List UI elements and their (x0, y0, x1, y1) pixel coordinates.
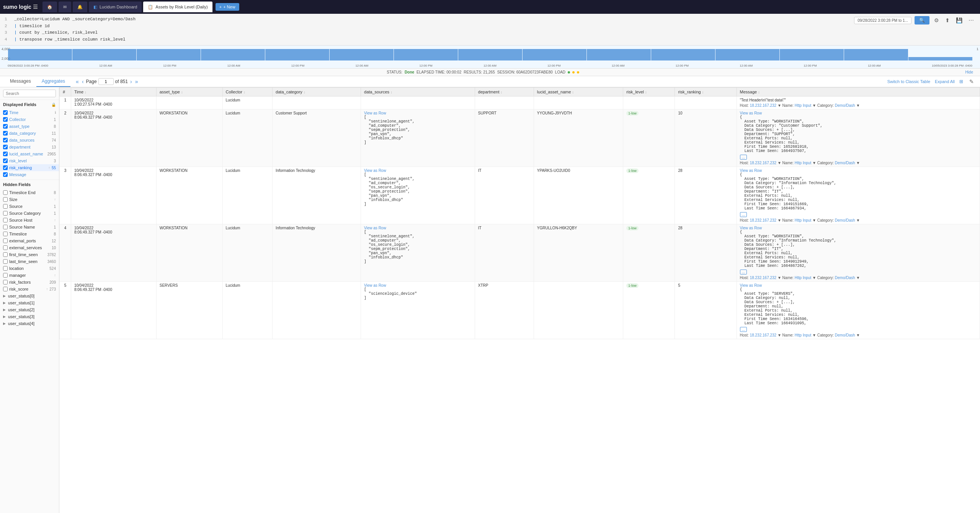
field-item-manager[interactable]: manager ↑ (0, 272, 59, 279)
field-checkbox-external-ports[interactable] (3, 239, 8, 243)
field-checkbox-collector[interactable] (3, 117, 8, 122)
field-item-risk-level[interactable]: risk_level 3 (0, 157, 59, 164)
field-checkbox-lucid-asset-name[interactable] (3, 152, 8, 156)
field-checkbox-source-host[interactable] (3, 218, 8, 222)
col-header-risk-level[interactable]: risk_level ↕ (623, 88, 675, 96)
sidebar-search-input[interactable] (3, 90, 56, 97)
save-button[interactable]: 💾 (954, 16, 964, 24)
host-link-5[interactable]: 18.232.167.232 (750, 333, 777, 337)
view-as-row-msg-2[interactable]: View as Row (740, 111, 977, 115)
expand-arrow-3[interactable]: ▶ (3, 315, 6, 319)
field-item-user-status-1[interactable]: ▶ user_status[1] (0, 299, 59, 306)
field-item-message[interactable]: Message (0, 171, 59, 178)
category-link-4[interactable]: Demo/Dash (835, 276, 855, 280)
expand-dots-2[interactable]: ... (740, 155, 747, 160)
share-button[interactable]: ⬆ (944, 16, 951, 24)
expand-arrow-0[interactable]: ▶ (3, 294, 6, 298)
view-as-row-link-5[interactable]: View as Row (364, 283, 472, 288)
category-link-3[interactable]: Demo/Dash (835, 218, 855, 222)
tab-messages-nav[interactable]: ✉ (59, 2, 71, 12)
field-checkbox-risk-level[interactable] (3, 158, 8, 163)
field-item-size[interactable]: Size ↑ (0, 196, 59, 203)
name-link-5[interactable]: Http Input (795, 333, 811, 337)
field-item-source-host[interactable]: Source Host ↑ (0, 217, 59, 224)
field-item-data-category[interactable]: data_category 11 (0, 130, 59, 137)
field-checkbox-last-time-seen[interactable] (3, 259, 8, 264)
tab-home[interactable]: 🏠 (42, 2, 57, 12)
field-item-user-status-2[interactable]: ▶ user_status[2] (0, 306, 59, 313)
host-link-3[interactable]: 18.232.167.232 (750, 218, 777, 222)
name-link-2[interactable]: Http Input (795, 161, 811, 165)
page-input[interactable] (98, 78, 114, 85)
host-link-1[interactable]: 18.232.167.232 (750, 103, 777, 108)
view-as-row-msg-3[interactable]: View as Row (740, 168, 977, 173)
host-link-4[interactable]: 18.232.167.232 (750, 276, 777, 280)
field-item-first-time-seen[interactable]: first_time_seen 3782 (0, 251, 59, 258)
field-item-user-status-3[interactable]: ▶ user_status[3] (0, 313, 59, 320)
expand-dots-5[interactable]: ... (740, 327, 747, 332)
name-link-1[interactable]: Http Input (795, 103, 811, 108)
field-item-data-sources[interactable]: data_sources 74 (0, 137, 59, 144)
field-checkbox-data-sources[interactable] (3, 138, 8, 142)
switch-classic-button[interactable]: Switch to Classic Table (887, 79, 930, 84)
col-header-message[interactable]: Message ↕ (737, 88, 980, 96)
field-item-risk-ranking[interactable]: risk_ranking ↑ 55 (0, 164, 59, 171)
tab-assets[interactable]: 📋 Assets by Risk Level (Daily) (143, 2, 212, 12)
field-item-external-ports[interactable]: external_ports 12 (0, 237, 59, 244)
field-item-last-time-seen[interactable]: last_time_seen 3460 (0, 258, 59, 265)
expand-arrow-1[interactable]: ▶ (3, 301, 6, 305)
search-button[interactable]: 🔍 (915, 16, 929, 25)
field-item-time[interactable]: Time ℹ (0, 109, 59, 116)
category-link-5[interactable]: Demo/Dash (835, 333, 855, 337)
host-link-2[interactable]: 18.232.167.232 (750, 161, 777, 165)
category-link-1[interactable]: Demo/Dash (835, 103, 855, 108)
first-page-button[interactable]: « (75, 78, 80, 85)
field-checkbox-source-name[interactable] (3, 225, 8, 229)
field-checkbox-department[interactable] (3, 145, 8, 149)
field-checkbox-timeslice[interactable] (3, 232, 8, 236)
field-item-department[interactable]: department 13 (0, 144, 59, 150)
field-item-risk-factors[interactable]: risk_factors 209 (0, 279, 59, 286)
more-button[interactable]: ⋯ (967, 16, 975, 24)
expand-arrow-4[interactable]: ▶ (3, 322, 6, 325)
next-page-button[interactable]: › (129, 78, 133, 85)
col-header-risk-ranking[interactable]: risk_ranking ↕ (675, 88, 737, 96)
col-header-time[interactable]: Time ↕ (71, 88, 157, 96)
lock-icon[interactable]: 🔒 (51, 103, 56, 107)
field-item-location[interactable]: location 524 (0, 265, 59, 272)
expand-all-icon[interactable]: ⊞ (959, 79, 963, 84)
field-item-timeslice-end[interactable]: Timeslice End 8 (0, 189, 59, 196)
field-checkbox-time[interactable] (3, 110, 8, 115)
new-tab-button[interactable]: + + New (216, 3, 239, 11)
col-header-department[interactable]: department ↕ (475, 88, 534, 96)
col-header-asset-type[interactable]: asset_type ↕ (156, 88, 222, 96)
col-header-data-category[interactable]: data_category ↕ (273, 88, 361, 96)
name-link-4[interactable]: Http Input (795, 276, 811, 280)
field-item-timeslice[interactable]: Timeslice 8 (0, 230, 59, 237)
tab-messages[interactable]: Messages (5, 76, 36, 87)
field-checkbox-risk-factors[interactable] (3, 280, 8, 284)
category-link-2[interactable]: Demo/Dash (835, 161, 855, 165)
field-checkbox-data-category[interactable] (3, 131, 8, 136)
field-checkbox-source-category[interactable] (3, 211, 8, 216)
field-checkbox-external-services[interactable] (3, 245, 8, 250)
menu-icon[interactable]: ☰ (33, 4, 38, 10)
view-as-row-msg-5[interactable]: View as Row (740, 283, 977, 288)
field-checkbox-first-time-seen[interactable] (3, 252, 8, 257)
field-checkbox-location[interactable] (3, 266, 8, 271)
field-checkbox-risk-score[interactable] (3, 287, 8, 291)
field-item-source-category[interactable]: Source Category 1 (0, 210, 59, 217)
field-item-user-status-4[interactable]: ▶ user_status[4] (0, 320, 59, 327)
field-item-user-status-0[interactable]: ▶ user_status[0] (0, 292, 59, 299)
edit-table-button[interactable]: ✎ (968, 78, 975, 85)
field-item-external-services[interactable]: external_services 10 (0, 244, 59, 251)
view-as-row-link-3[interactable]: View as Row (364, 168, 472, 173)
tab-aggregates[interactable]: Aggregates (36, 76, 70, 87)
field-checkbox-source[interactable] (3, 204, 8, 209)
field-item-collector[interactable]: Collector 1 (0, 116, 59, 123)
col-header-collector[interactable]: Collector ↕ (222, 88, 273, 96)
field-checkbox-size[interactable] (3, 197, 8, 202)
col-header-lucid-asset-name[interactable]: lucid_asset_name ↕ (534, 88, 623, 96)
field-checkbox-message[interactable] (3, 172, 8, 177)
time-range-display[interactable]: 09/28/2022 3:00:28 PM to 1... (854, 17, 911, 24)
